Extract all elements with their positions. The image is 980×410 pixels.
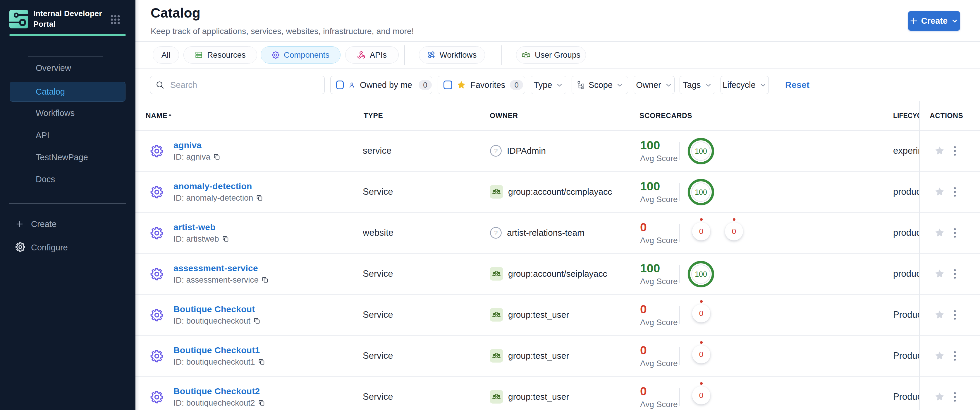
svg-text:?: ? <box>494 147 498 155</box>
svg-text:?: ? <box>494 229 498 237</box>
